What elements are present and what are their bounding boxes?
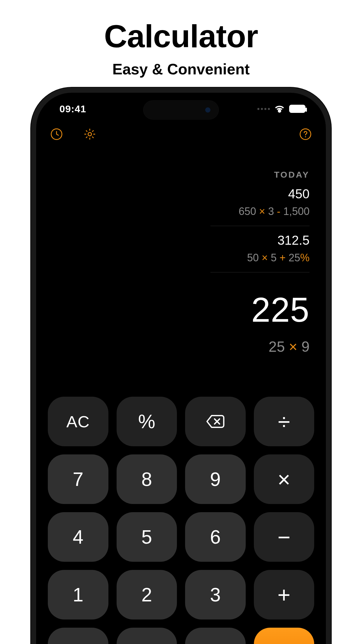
cellular-icon xyxy=(257,108,270,110)
key-backspace[interactable] xyxy=(185,397,246,446)
key-4[interactable]: 4 xyxy=(48,512,108,562)
key-plus[interactable]: + xyxy=(254,570,314,620)
keypad: AC % ÷ 7 8 9 × 4 5 6 − 1 2 3 + xyxy=(36,383,326,644)
settings-icon[interactable] xyxy=(83,128,96,141)
key-equals[interactable]: = xyxy=(254,628,314,644)
key-5[interactable]: 5 xyxy=(117,512,177,562)
key-minus[interactable]: − xyxy=(254,512,314,562)
svg-point-1 xyxy=(88,132,92,136)
status-indicators xyxy=(257,105,305,113)
svg-point-3 xyxy=(305,136,306,137)
history-date-label: TODAY xyxy=(274,170,310,180)
current-expression: 25 × 9 xyxy=(269,338,310,355)
phone-frame: 09:41 xyxy=(31,88,331,644)
key-divide[interactable]: ÷ xyxy=(254,397,314,446)
promo-header: Calculator Easy & Convenient xyxy=(0,0,362,78)
top-toolbar xyxy=(36,125,326,141)
history-result: 312.5 xyxy=(210,233,310,248)
promo-title: Calculator xyxy=(0,18,362,55)
key-all-clear[interactable]: AC xyxy=(48,397,108,446)
key-multiply[interactable]: × xyxy=(254,454,314,504)
current-result: 225 xyxy=(251,290,310,330)
history-entry[interactable]: 312.5 50 × 5 + 25% xyxy=(210,226,310,272)
key-8[interactable]: 8 xyxy=(117,454,177,504)
history-entry[interactable]: 450 650 × 3 - 1,500 xyxy=(210,180,310,226)
history-expression: 50 × 5 + 25% xyxy=(210,252,310,264)
dynamic-island xyxy=(143,100,219,120)
wifi-icon xyxy=(274,105,285,113)
history-expression: 650 × 3 - 1,500 xyxy=(210,205,310,218)
key-decimal[interactable]: . xyxy=(185,628,246,644)
key-1[interactable]: 1 xyxy=(48,570,108,620)
promo-subtitle: Easy & Convenient xyxy=(0,60,362,78)
battery-icon xyxy=(289,105,305,113)
history-icon[interactable] xyxy=(50,128,63,141)
key-2[interactable]: 2 xyxy=(117,570,177,620)
history-result: 450 xyxy=(210,187,310,201)
status-bar: 09:41 xyxy=(36,93,326,125)
key-6[interactable]: 6 xyxy=(185,512,246,562)
key-sign[interactable]: +/- xyxy=(48,628,108,644)
help-icon[interactable] xyxy=(299,128,312,141)
status-time: 09:41 xyxy=(59,103,86,115)
key-3[interactable]: 3 xyxy=(185,570,246,620)
screen: 09:41 xyxy=(36,93,326,644)
key-0[interactable]: 0 xyxy=(117,628,177,644)
key-9[interactable]: 9 xyxy=(185,454,246,504)
display-area: TODAY 450 650 × 3 - 1,500 312.5 50 × 5 +… xyxy=(36,141,326,383)
key-percent[interactable]: % xyxy=(117,397,177,446)
key-7[interactable]: 7 xyxy=(48,454,108,504)
backspace-icon xyxy=(206,414,225,429)
